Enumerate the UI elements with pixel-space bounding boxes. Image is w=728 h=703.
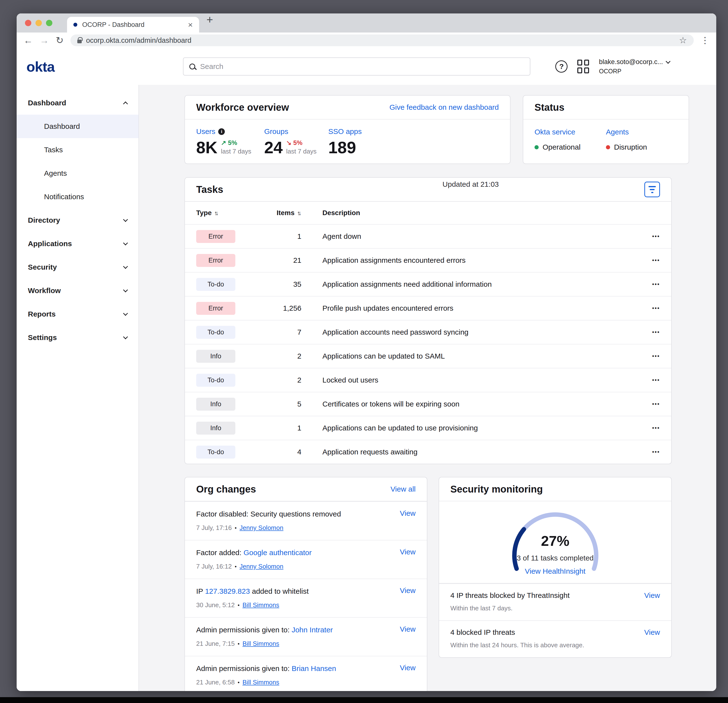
security-monitoring-title: Security monitoring: [450, 484, 543, 495]
row-overflow-icon[interactable]: •••: [640, 233, 660, 239]
agents-link[interactable]: Agents: [606, 128, 677, 136]
gauge-caption: 3 of 11 tasks completed: [517, 554, 594, 562]
minimize-window-button[interactable]: [35, 20, 42, 26]
row-overflow-icon[interactable]: •••: [640, 425, 660, 431]
sidebar-section-settings[interactable]: Settings: [17, 326, 139, 349]
table-row[interactable]: To-do 35 Application assignments need ad…: [185, 272, 671, 296]
column-items[interactable]: Items: [277, 209, 295, 217]
chevron-down-icon: [123, 241, 128, 245]
status-badge: To-do: [196, 326, 235, 339]
row-overflow-icon[interactable]: •••: [640, 305, 660, 311]
column-type[interactable]: Type: [196, 209, 212, 217]
window-controls[interactable]: [25, 20, 52, 26]
chevron-down-icon: [123, 334, 128, 339]
view-link[interactable]: View: [400, 664, 416, 672]
okta-logo[interactable]: okta: [26, 58, 55, 75]
search-input[interactable]: [200, 62, 524, 71]
security-monitoring-card: Security monitoring 27% 3 of 11 tasks co…: [439, 477, 672, 658]
bookmark-star-icon[interactable]: ☆: [679, 36, 687, 45]
sort-icon[interactable]: ↑↓: [214, 209, 218, 216]
sidebar-item-dashboard[interactable]: Dashboard: [17, 115, 139, 138]
view-link[interactable]: View: [644, 591, 660, 599]
sort-icon[interactable]: ↑↓: [297, 209, 301, 216]
change-date: 7 July, 17:16: [196, 524, 232, 532]
view-link[interactable]: View: [400, 548, 416, 556]
change-link[interactable]: 127.3829.823: [205, 587, 250, 595]
app-grid-icon[interactable]: [577, 60, 589, 73]
view-link[interactable]: View: [400, 586, 416, 595]
table-row[interactable]: Error 21 Application assignments encount…: [185, 248, 671, 272]
threat-row-title: 4 IP threats blocked by ThreatInsight: [450, 591, 570, 599]
okta-service-state: Operational: [543, 143, 581, 151]
table-row[interactable]: Error 1,256 Profile push updates encount…: [185, 296, 671, 320]
table-row[interactable]: Info 1 Applications can be updated to us…: [185, 416, 671, 440]
list-item: Factor added: Google authenticator View …: [185, 540, 427, 579]
view-all-link[interactable]: View all: [390, 485, 416, 493]
sidebar-section-applications[interactable]: Applications: [17, 232, 139, 255]
view-link[interactable]: View: [644, 628, 660, 637]
table-row[interactable]: To-do 2 Locked out users •••: [185, 368, 671, 392]
global-search[interactable]: [183, 58, 530, 75]
row-overflow-icon[interactable]: •••: [640, 401, 660, 407]
back-icon[interactable]: ←: [23, 36, 33, 45]
view-link[interactable]: View: [400, 509, 416, 517]
info-icon[interactable]: i: [218, 128, 225, 135]
table-row[interactable]: Info 2 Applications can be updated to SA…: [185, 344, 671, 368]
forward-icon[interactable]: →: [40, 36, 49, 45]
table-row[interactable]: Error 1 Agent down •••: [185, 224, 671, 248]
zoom-window-button[interactable]: [46, 20, 52, 26]
change-link[interactable]: Google authenticator: [243, 549, 312, 557]
row-overflow-icon[interactable]: •••: [640, 281, 660, 287]
threat-row-title: 4 blocked IP threats: [450, 628, 515, 637]
table-row[interactable]: Info 5 Certificates or tokens will be ex…: [185, 392, 671, 416]
sidebar-section-dashboard[interactable]: Dashboard: [17, 91, 139, 115]
view-link[interactable]: View: [400, 625, 416, 633]
sidebar-item-tasks[interactable]: Tasks: [17, 138, 139, 161]
help-icon[interactable]: ?: [555, 61, 568, 73]
change-author-link[interactable]: Bill Simmons: [243, 601, 279, 609]
feedback-link[interactable]: Give feedback on new dashboard: [389, 103, 499, 111]
view-healthinsight-link[interactable]: View HealthInsight: [525, 567, 586, 575]
updated-timestamp: Updated at 21:03: [442, 180, 499, 189]
sso-apps-link[interactable]: SSO apps: [328, 127, 362, 135]
browser-menu-icon[interactable]: ⋮: [701, 36, 709, 45]
browser-tab[interactable]: OCORP - Dashboard ×: [67, 17, 199, 33]
groups-link[interactable]: Groups: [264, 127, 288, 135]
users-period: last 7 days: [221, 148, 251, 155]
change-author-link[interactable]: Jenny Solomon: [240, 524, 283, 532]
change-link[interactable]: John Intrater: [292, 626, 333, 634]
list-item: Factor disabled: Security questions remo…: [185, 501, 427, 540]
change-author-link[interactable]: Bill Simmons: [243, 640, 279, 648]
url-bar[interactable]: ocorp.okta.com/admin/dashboard ☆: [71, 35, 694, 46]
filter-button[interactable]: [644, 182, 660, 197]
reload-icon[interactable]: ↻: [56, 36, 64, 45]
row-overflow-icon[interactable]: •••: [640, 449, 660, 455]
sidebar-section-workflow[interactable]: Workflow: [17, 279, 139, 303]
okta-service-link[interactable]: Okta service: [534, 128, 606, 136]
row-overflow-icon[interactable]: •••: [640, 257, 660, 264]
user-menu[interactable]: blake.soto@ocorp.c... OCORP: [599, 58, 670, 75]
new-tab-button[interactable]: +: [207, 14, 213, 25]
row-overflow-icon[interactable]: •••: [640, 329, 660, 336]
url-text[interactable]: ocorp.okta.com/admin/dashboard: [86, 36, 191, 45]
users-link[interactable]: Users: [196, 127, 215, 135]
status-badge: Error: [196, 230, 235, 243]
change-author-link[interactable]: Jenny Solomon: [240, 563, 283, 570]
bullet-icon: •: [238, 641, 240, 647]
sidebar-section-security[interactable]: Security: [17, 255, 139, 279]
close-window-button[interactable]: [25, 20, 31, 26]
table-row[interactable]: To-do 7 Application accounts need passwo…: [185, 320, 671, 344]
sidebar-item-notifications[interactable]: Notifications: [17, 185, 139, 209]
sidebar-item-agents[interactable]: Agents: [17, 161, 139, 185]
tasks-card: Tasks Type ↑↓ Items ↑↓ Description: [185, 177, 672, 464]
list-item: Admin permissionis given to: Brian Hanse…: [185, 656, 427, 691]
row-overflow-icon[interactable]: •••: [640, 377, 660, 383]
sidebar-section-reports[interactable]: Reports: [17, 303, 139, 326]
table-row[interactable]: To-do 4 Application requests awaiting ••…: [185, 440, 671, 464]
change-link[interactable]: Brian Hansen: [292, 664, 336, 673]
sidebar-section-directory[interactable]: Directory: [17, 209, 139, 232]
change-author-link[interactable]: Bill Simmons: [243, 679, 279, 686]
tab-close-icon[interactable]: ×: [188, 20, 193, 29]
row-overflow-icon[interactable]: •••: [640, 353, 660, 359]
browser-tab-strip: OCORP - Dashboard × +: [17, 13, 716, 33]
